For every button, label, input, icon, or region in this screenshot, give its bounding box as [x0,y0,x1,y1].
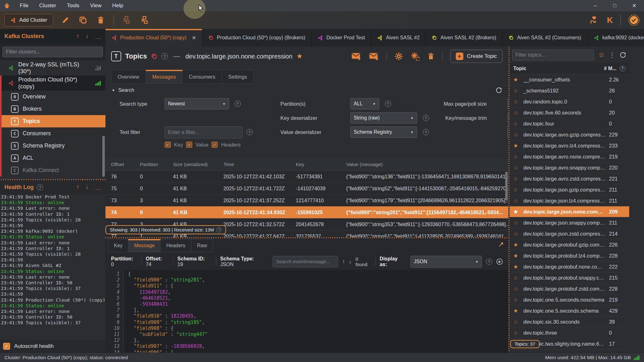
topic-list-item[interactable]: ☆dev.topic.type.byte.array215 [510,349,629,353]
cluster-tab[interactable]: Aiven SASL #2 (Consumers) [503,29,588,47]
topic-list-item[interactable]: ☆dev.topic.six.30.seconds39 [510,316,629,327]
star-icon[interactable]: ★ [513,142,523,149]
search-collapse-row[interactable]: ▼ Search [105,85,508,96]
star-icon[interactable]: ☆ [513,198,523,204]
help-icon[interactable]: ? [423,115,429,121]
tab-settings[interactable]: Settings [222,70,254,84]
key-deserializer-select[interactable]: String (raw)▼ [350,112,417,124]
topic-list-item[interactable]: ☆dev.topic.five.60.seconds20 [510,107,629,118]
cluster-row[interactable]: Dev 2-way SSL (mTLS) (30*) [0,60,105,75]
refresh-icon[interactable] [496,87,502,93]
search-button[interactable]: Search ▼ [507,125,508,139]
copy-topic-icon[interactable] [151,53,157,59]
more-options-icon[interactable]: ⋮ [609,51,615,59]
detail-tab-raw[interactable]: Raw [191,239,213,252]
topic-list-item[interactable]: ☆dev.topic.one.5.seconds.noschema219 [510,294,629,305]
star-icon[interactable]: ★ [513,209,523,215]
headers-checkbox[interactable]: ✓ [212,142,218,148]
star-icon[interactable]: ☆ [513,187,523,193]
minimize-button[interactable]: – [585,3,605,9]
menu-help[interactable]: Help [107,0,129,11]
menu-view[interactable]: View [85,0,107,11]
table-row[interactable]: 74041 KB2025-10-12T22:41:34.930Z-1559910… [105,206,508,218]
star-icon[interactable]: ☆ [513,120,523,127]
max-page-select[interactable]: 5,000▼ [507,98,508,109]
sidebar-item-brokers[interactable]: BBrokers [2,103,105,115]
topic-list-item[interactable]: ★dev.topic.large.json.none.compression20… [510,206,629,217]
topic-list-item[interactable]: ☆_schemas519228 [510,85,629,96]
tab-overview[interactable]: Overview [111,70,146,84]
produce-message-icon[interactable] [351,52,361,60]
favorite-star-icon[interactable]: ★ [297,52,303,60]
find-previous-icon[interactable]: ↑ [342,259,345,265]
collapse-panel-icon[interactable]: __ [95,184,101,191]
topic-list-item[interactable]: ☆dev.topic.large.json.zstd.compression21… [510,228,629,239]
value-deserializer-select[interactable]: Schema Registry▼ [350,126,417,138]
cluster-tab[interactable]: Production Cloud (50*) (copy)✕ [105,29,202,47]
cluster-filter-input[interactable] [3,47,103,57]
refresh-topics-icon[interactable] [620,52,626,58]
star-icon[interactable]: ☆ [513,164,523,171]
maximize-button[interactable]: □ [605,3,624,9]
trim-select[interactable]: 500 KB▼ [507,112,508,124]
help-icon[interactable]: ? [161,53,168,59]
expand-icon[interactable]: ↗ [498,239,504,248]
help-icon[interactable]: ? [234,101,241,107]
topic-list-item[interactable]: ☆dev.topic.large.json.snappy.compression… [510,217,629,228]
topic-list-item[interactable]: ★dev.topic.one.5.seconds.schema429 [510,305,629,316]
star-icon[interactable]: ☆ [513,330,523,336]
cluster-tab[interactable]: Aiven SASL #2 [371,29,426,47]
star-icon[interactable]: ★ [513,76,523,83]
star-icon[interactable]: ☆ [513,109,523,116]
cluster-tab[interactable]: Aiven SASL #2 (Brokers) [426,29,502,47]
star-icon[interactable]: ☆ [513,319,523,325]
delete-topic-icon[interactable] [427,52,435,60]
text-filter-input[interactable] [165,126,243,138]
partitions-select[interactable]: ALL▼ [350,98,379,109]
star-icon[interactable]: ☆ [513,153,523,160]
topics-filter-input[interactable] [512,50,594,60]
move-up-icon[interactable]: ↑ [76,33,80,40]
star-icon[interactable]: ☆ [513,175,523,182]
help-icon[interactable]: ? [486,259,492,265]
tab-consumers[interactable]: Consumers [183,70,222,84]
topic-list-item[interactable]: ★dev.topic.large.protobuf.lz4.compressio… [510,250,629,261]
sidebar-item-overview[interactable]: OOverview [2,91,105,103]
star-icon[interactable]: ★ [513,264,523,270]
tab-messages[interactable]: Messages [146,70,183,84]
help-icon[interactable]: ? [620,66,625,71]
topic-list-item[interactable]: ☆dev.topic.large.protobuf.zstd.compressi… [510,283,629,294]
topic-list-item[interactable]: ★dev.topic.large.avro.lz4.compression233 [510,140,629,151]
cluster-tab[interactable]: kafka:9092 (docker) [588,29,644,47]
favorites-filter-icon[interactable]: ☆ [598,51,605,59]
value-checkbox[interactable]: ✓ [186,142,192,148]
topic-list-item[interactable]: ☆dev.topic.four0 [510,118,629,129]
move-down-icon[interactable]: ↓ [86,184,89,191]
topic-list-item[interactable]: ☆dev.topic.large.avro.snappy.compression… [510,162,629,173]
close-button[interactable]: ✕ [624,3,644,9]
star-icon[interactable]: ☆ [513,131,523,138]
cluster-tab[interactable]: Production Cloud (50*) (copy) (Brokers) [202,29,312,47]
star-icon[interactable]: ☆ [513,297,523,303]
menu-file[interactable]: File [14,0,34,11]
copy-cluster-icon[interactable] [78,15,88,25]
help-icon[interactable]: ? [37,184,43,190]
topic-list-item[interactable]: ☆dev.topic.large.json.gzip.compression21… [510,184,629,195]
topic-settings-icon[interactable] [394,52,403,61]
detail-tab-key[interactable]: Key [108,239,129,252]
star-icon[interactable]: ☆ [513,286,523,292]
star-icon[interactable]: ☆ [513,98,523,105]
help-icon[interactable]: ? [385,101,391,107]
star-icon[interactable]: ★ [513,253,523,259]
collapse-panel-icon[interactable]: __ [95,33,101,40]
clear-messages-icon[interactable] [369,52,379,60]
k-brand-icon[interactable]: K [607,15,613,25]
autoscroll-checkbox[interactable]: ✓ [3,343,10,350]
topic-list-item[interactable]: ☆dev.topic.large.avro.zstd.compression22… [510,173,629,184]
star-icon[interactable]: ★ [513,242,523,248]
sidebar-item-topics[interactable]: TTopics [2,115,105,127]
sidebar-item-acl[interactable]: AACL [2,152,105,164]
star-icon[interactable]: ☆ [513,275,523,281]
donate-icon[interactable] [589,15,599,25]
topic-list-item[interactable]: ★dev.topic.large.protobuf.none.compressi… [510,261,629,272]
